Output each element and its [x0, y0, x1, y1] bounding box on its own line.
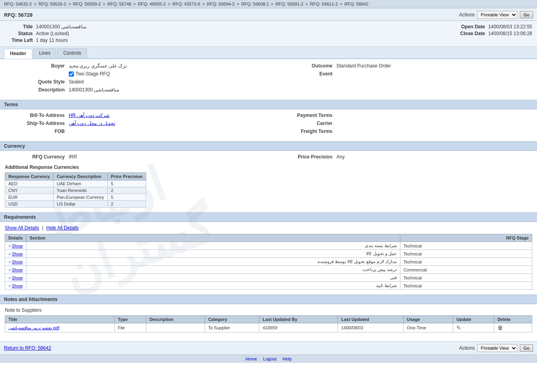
header-two-col: Buyer ترک علی عسگری ریزی مجید Two-Stage …	[5, 63, 532, 95]
tab-lines[interactable]: Lines	[33, 48, 57, 58]
header-col-right: Outcome Standard Purchase Order Event	[272, 63, 532, 95]
rfq-currency-value: IRR	[69, 154, 265, 160]
bottom-printable-select[interactable]: Printable View	[477, 344, 517, 352]
title-value: مناقصه‌باشی 140001300	[36, 24, 86, 30]
req-th-details: Details	[5, 234, 26, 242]
bottom-nav: Home Logout Help	[0, 354, 537, 363]
table-row: +Showدرصد پیش پرداختCommercial	[5, 266, 532, 274]
close-date-label: Close Date	[453, 31, 485, 36]
plus-icon: +	[8, 244, 11, 248]
footer-bar: Return to RFQ: 58642 Actions Printable V…	[0, 341, 537, 354]
two-stage-checkbox-row: Two-Stage RFQ	[69, 71, 265, 77]
carrier-row: Carrier	[272, 121, 532, 126]
requirements-table: Details Section RFQ Stage +Showشرایط بست…	[5, 234, 532, 290]
delete-icon[interactable]: 🗑	[497, 325, 503, 331]
terms-form-section: Bill-To Address HR.شرکت دوب آهن Ship-To …	[5, 113, 532, 137]
bottom-actions-bar: Actions Printable View Go	[459, 344, 533, 352]
price-precision-label: Price Precision	[272, 154, 336, 160]
tabs-bar: Header Lines Controls	[0, 47, 537, 59]
two-stage-value: Two-Stage RFQ	[69, 71, 265, 77]
req-th-section: Section	[26, 234, 400, 242]
outcome-value: Standard Purchase Order	[336, 63, 532, 69]
printable-view-select[interactable]: Printable View	[477, 11, 517, 19]
plus-icon: +	[8, 267, 11, 272]
show-link[interactable]: Show	[12, 259, 23, 264]
event-value	[336, 71, 532, 77]
help-link[interactable]: Help	[282, 356, 292, 361]
page-title: RFQ: 56729	[4, 12, 33, 18]
description-row: Description مناقصه‌باشی 140001300	[5, 87, 265, 93]
tab-header[interactable]: Header	[4, 49, 32, 59]
payment-terms-value	[336, 113, 532, 118]
fob-label: FOB	[5, 129, 69, 134]
time-left-row: Time Left 1 day 11 hours	[5, 38, 86, 43]
page-header: RFQ: 56729 Actions Printable View Go	[0, 8, 537, 21]
price-precision-value: Any	[336, 154, 532, 160]
fob-value	[69, 129, 265, 134]
event-row: Event	[272, 71, 532, 77]
table-row: +Showشرایط تاییدTechnical	[5, 282, 532, 290]
terms-section-header: Terms	[0, 100, 537, 109]
carrier-value	[336, 121, 532, 126]
close-date-value: 1400/08/15 13:06:28	[488, 31, 532, 36]
two-stage-text: Two-Stage RFQ	[76, 71, 110, 77]
table-row: +Showحمل و تحویل کالاTechnical	[5, 250, 532, 258]
ship-to-row: Ship-To Address تحویل در محل دوب آهن	[5, 121, 265, 126]
req-th-rfq-stage: RFQ Stage	[400, 234, 532, 242]
actions-label: Actions	[459, 12, 475, 18]
go-button[interactable]: Go	[520, 11, 533, 18]
payment-terms-label: Payment Terms	[272, 113, 336, 118]
currency-col-left: RFQ Currency IRR	[5, 154, 265, 162]
requirements-section-header: Requirements	[0, 212, 537, 222]
list-item: EURPan-European Currency5	[5, 194, 146, 201]
outcome-row: Outcome Standard Purchase Order	[272, 63, 532, 69]
title-row: Title مناقصه‌باشی 140001300	[5, 24, 86, 30]
two-stage-checkbox[interactable]	[69, 71, 74, 77]
currency-form-section: RFQ Currency IRR Price Precision Any Add…	[5, 154, 532, 208]
open-date-value: 1400/08/03 13:22:55	[488, 24, 532, 30]
show-link[interactable]: Show	[12, 267, 23, 272]
terms-col-right: Payment Terms Carrier Freight Terms	[272, 113, 532, 137]
logout-link[interactable]: Logout	[263, 356, 277, 361]
edit-icon[interactable]: ✎	[456, 325, 461, 331]
show-link[interactable]: Show	[12, 244, 23, 248]
notes-table: TitleTypeDescriptionCategoryLast Updated…	[5, 315, 532, 333]
table-row: +ShowفنیTechnical	[5, 274, 532, 282]
time-left-label: Time Left	[5, 38, 33, 43]
table-row: نقشه ترمز مناقصه‌باشی.pdfFileTo Supplier…	[5, 323, 532, 333]
info-left: Title مناقصه‌باشی 140001300 Status Activ…	[5, 24, 86, 43]
currency-section-header: Currency	[0, 141, 537, 151]
freight-terms-value	[336, 129, 532, 134]
payment-terms-row: Payment Terms	[272, 113, 532, 118]
open-date-row: Open Date 1400/08/03 13:22:55	[453, 24, 532, 30]
main-content: ارتباط گستران Buyer ترک علی عسگری ریزی م…	[0, 59, 537, 341]
bottom-actions-label: Actions	[459, 345, 475, 351]
tab-controls[interactable]: Controls	[57, 48, 87, 58]
title-label: Title	[5, 24, 33, 30]
hide-all-details-link[interactable]: Hide All Details	[46, 225, 79, 231]
buyer-label: Buyer	[5, 63, 69, 69]
home-link[interactable]: Home	[245, 356, 257, 361]
return-link[interactable]: Return to RFQ: 58642	[4, 345, 51, 351]
quote-style-row: Quote Style Sealed	[5, 79, 265, 85]
ship-to-value: تحویل در محل دوب آهن	[69, 121, 265, 126]
currency-table: Response CurrencyCurrency DescriptionPri…	[5, 172, 146, 208]
attachment-link[interactable]: نقشه ترمز مناقصه‌باشی.pdf	[8, 325, 59, 330]
status-row: Status Active (Locked)	[5, 31, 86, 36]
description-value: مناقصه‌باشی 140001300	[69, 87, 265, 93]
bottom-go-button[interactable]: Go	[520, 344, 533, 352]
show-link[interactable]: Show	[12, 251, 23, 256]
info-right: Open Date 1400/08/03 13:22:55 Close Date…	[453, 24, 532, 43]
show-link[interactable]: Show	[12, 275, 23, 280]
bill-to-link[interactable]: HR.شرکت دوب آهن	[69, 113, 109, 118]
note-to-suppliers-label: Note to Suppliers	[5, 307, 532, 313]
list-item: CNYYuan Renminbi2	[5, 187, 146, 194]
show-all-details-link[interactable]: Show All Details	[5, 225, 39, 231]
buyer-value: ترک علی عسگری ریزی مجید	[69, 63, 265, 69]
terms-two-col: Bill-To Address HR.شرکت دوب آهن Ship-To …	[5, 113, 532, 137]
plus-icon: +	[8, 259, 11, 264]
plus-icon: +	[8, 251, 11, 256]
header-form-section: Buyer ترک علی عسگری ریزی مجید Two-Stage …	[5, 63, 532, 95]
show-link[interactable]: Show	[12, 283, 23, 288]
ship-to-link[interactable]: تحویل در محل دوب آهن	[69, 121, 115, 126]
